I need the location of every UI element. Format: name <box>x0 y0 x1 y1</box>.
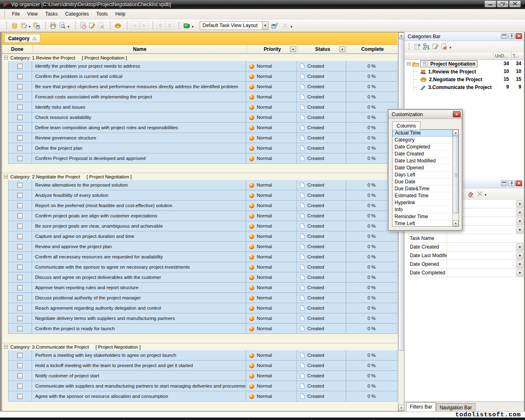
scroll-up-arrow[interactable]: ▲ <box>453 130 459 136</box>
category-tree-item[interactable]: 2.Negotiate the Project1515 <box>404 75 524 83</box>
column-option[interactable]: Actual Time <box>393 130 452 137</box>
done-checkbox[interactable] <box>17 146 23 151</box>
panel-pin-button[interactable] <box>508 33 515 39</box>
task-row[interactable]: Discuss and agree on project deliverable… <box>2 272 397 283</box>
menu-tasks[interactable]: Tasks <box>41 10 62 18</box>
dialog-title-bar[interactable]: Customization ✕ <box>388 110 462 119</box>
done-checkbox[interactable] <box>17 105 23 110</box>
task-row[interactable]: Identify risks and issuesNormalCreated0 … <box>2 102 397 112</box>
filter-value-input[interactable] <box>447 269 516 277</box>
category-tree-item[interactable]: 3.Communicate the Project99 <box>404 83 524 91</box>
column-option[interactable]: Date Completed <box>393 144 452 151</box>
done-checkbox[interactable] <box>17 316 23 321</box>
scroll-up-arrow[interactable]: ▲ <box>398 32 404 39</box>
scroll-down-arrow[interactable]: ▼ <box>398 405 404 411</box>
column-option[interactable]: Date Created <box>393 151 452 158</box>
group-by-category-chip[interactable]: Category <box>5 34 40 43</box>
group-header-row[interactable]: Category: 1.Review the Project[ Project … <box>2 54 397 61</box>
notebook-icon[interactable] <box>182 21 191 30</box>
task-row[interactable]: Define team composition along with proje… <box>2 123 397 133</box>
done-checkbox[interactable] <box>17 383 23 389</box>
clear-filter-icon[interactable] <box>475 189 484 199</box>
column-option[interactable]: Reminder Time <box>393 213 452 220</box>
task-row[interactable]: Forecast costs associated with implement… <box>2 92 397 102</box>
new-task-icon[interactable] <box>79 21 88 30</box>
filter-dropdown-arrow[interactable]: ▼ <box>516 269 523 277</box>
task-row[interactable]: Review and approve the project planNorma… <box>2 242 397 252</box>
column-option[interactable]: Date Last Modified <box>393 158 452 164</box>
palette-icon[interactable] <box>114 21 123 30</box>
filter-dropdown-arrow[interactable]: ▼ <box>516 209 523 217</box>
new-database-icon[interactable] <box>10 21 19 30</box>
done-checkbox[interactable] <box>17 183 23 188</box>
done-checkbox[interactable] <box>17 394 23 399</box>
column-option[interactable]: Hyperlink <box>393 199 452 206</box>
column-option[interactable]: Info <box>393 206 452 213</box>
print-icon[interactable] <box>49 21 58 30</box>
task-row[interactable]: Communicate with suppliers and manufactu… <box>2 381 397 391</box>
column-header-done[interactable]: Done <box>2 45 33 53</box>
column-option[interactable]: Due Date&Time <box>393 185 452 192</box>
column-option[interactable]: Date Opened <box>393 164 452 171</box>
task-row[interactable]: Communicate with the sponsor to agree on… <box>2 262 397 272</box>
scroll-down-arrow[interactable]: ▼ <box>453 220 459 226</box>
task-row[interactable]: Negotiate delivery terms with suppliers … <box>2 313 397 324</box>
task-row[interactable]: Approve team reporting rules and report … <box>2 283 397 293</box>
task-row[interactable]: Capture and agree on project duration an… <box>2 231 397 242</box>
task-row[interactable]: Agree with the sponsor on resource alloc… <box>2 391 397 402</box>
layout-combobox[interactable]: Default Task View Layout▼ <box>200 21 269 30</box>
task-row[interactable]: Review alternatives to the proposed solu… <box>2 180 397 190</box>
menu-help[interactable]: Help <box>112 10 129 18</box>
print-preview-dropdown-arrow[interactable]: ▼ <box>67 25 70 29</box>
eraser-icon[interactable] <box>466 189 475 199</box>
task-row[interactable]: Reach agreement regarding authority dele… <box>2 303 397 313</box>
done-checkbox[interactable] <box>17 156 23 161</box>
collapse-tree-icon[interactable] <box>407 62 411 66</box>
task-row[interactable]: Be sure project goals are clear, unambig… <box>2 221 397 231</box>
task-row[interactable]: Hold a kickoff meeting with the team to … <box>2 361 397 371</box>
column-header-priority[interactable]: Priority ▼ <box>247 45 298 53</box>
save-layout-icon[interactable] <box>270 21 279 30</box>
column-option[interactable]: Days Left <box>393 171 452 178</box>
column-header-name[interactable]: Name <box>33 45 247 53</box>
task-row[interactable]: Confirm Project Proposal is developed an… <box>2 153 397 164</box>
task-row[interactable]: Identify the problem your project needs … <box>2 61 397 71</box>
menu-file[interactable]: File <box>8 10 23 18</box>
done-checkbox[interactable] <box>17 203 23 208</box>
done-checkbox[interactable] <box>17 94 23 100</box>
done-checkbox[interactable] <box>17 84 23 89</box>
task-row[interactable]: Discuss positional authority of the proj… <box>2 293 397 303</box>
done-checkbox[interactable] <box>17 326 23 331</box>
filter-dropdown-arrow[interactable]: ▼ <box>516 217 523 225</box>
tab-navigation-bar[interactable]: Navigation Bar <box>436 403 476 411</box>
minimize-button[interactable] <box>484 0 496 7</box>
task-row[interactable]: Define the project planNormalCreated0 % <box>2 143 397 153</box>
panel-close-button[interactable]: ✕ <box>516 180 522 186</box>
column-option[interactable]: Category <box>393 137 452 144</box>
filter-value-input[interactable] <box>447 234 524 243</box>
task-row[interactable]: Report on the preferred (most feasible a… <box>2 201 397 211</box>
tab-columns[interactable]: Columns <box>392 121 420 130</box>
column-header-status[interactable]: Status ▼ <box>298 45 347 53</box>
delete-layout-dropdown-arrow[interactable]: ▼ <box>290 25 293 29</box>
group-header-row[interactable]: Category: 2.Negotiate the Project[ Proje… <box>2 173 397 180</box>
notebook-dropdown-arrow[interactable]: ▼ <box>191 25 194 29</box>
panel-pin-button[interactable] <box>508 180 515 186</box>
status-filter-button[interactable]: ▼ <box>339 46 345 52</box>
filter-dropdown-arrow[interactable]: ▼ <box>516 226 523 234</box>
task-row[interactable]: Confirm project goals are align with cus… <box>2 211 397 221</box>
panel-restore-button[interactable] <box>501 180 507 186</box>
done-checkbox[interactable] <box>17 363 23 368</box>
categories-toolbar-dropdown-arrow[interactable]: ▼ <box>449 46 452 50</box>
task-row[interactable]: Confirm the project is ready for launchN… <box>2 324 397 334</box>
done-checkbox[interactable] <box>17 74 23 79</box>
task-row[interactable]: Perform a meeting with key stakeholders … <box>2 350 397 361</box>
priority-filter-button[interactable]: ▼ <box>290 46 296 52</box>
done-checkbox[interactable] <box>17 125 23 130</box>
group-header-row[interactable]: Category: 3.Communicate the Project[ Pro… <box>2 343 397 350</box>
menu-tools[interactable]: Tools <box>93 10 112 18</box>
column-header-complete[interactable]: Complete <box>347 45 397 53</box>
done-checkbox[interactable] <box>17 213 23 219</box>
category-new-sub-icon[interactable] <box>422 42 431 51</box>
category-edit-icon[interactable] <box>431 42 440 51</box>
